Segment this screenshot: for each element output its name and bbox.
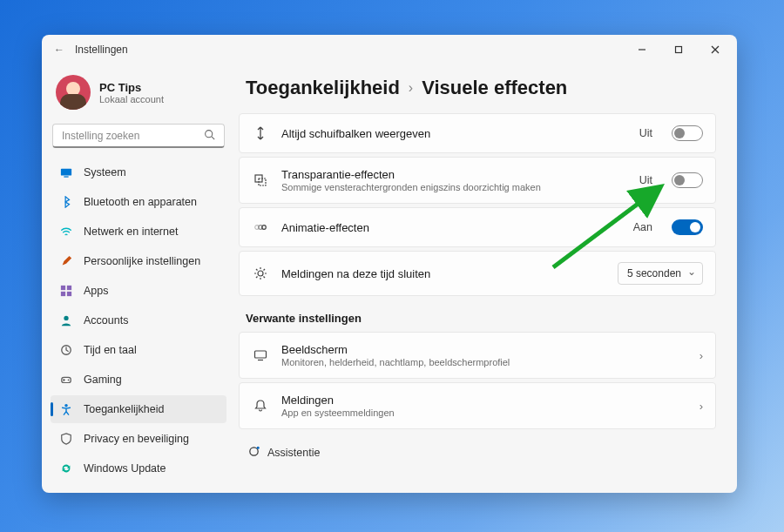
update-icon xyxy=(59,461,73,475)
maximize-button[interactable] xyxy=(660,35,697,64)
brightness-icon xyxy=(252,265,269,282)
setting-title: Animatie-effecten xyxy=(281,221,621,234)
accessibility-icon xyxy=(59,402,73,416)
brush-icon xyxy=(59,254,73,268)
transparency-icon xyxy=(252,172,269,189)
sidebar-item-label: Gaming xyxy=(84,374,122,386)
back-icon[interactable]: ← xyxy=(54,44,64,56)
svg-rect-10 xyxy=(61,292,65,296)
svg-rect-9 xyxy=(67,286,71,290)
toggle-state: Uit xyxy=(639,127,652,139)
toggle-scrollbars[interactable] xyxy=(672,125,703,141)
sidebar-item-label: Bluetooth en apparaten xyxy=(84,196,197,208)
svg-line-28 xyxy=(264,277,266,279)
accounts-icon xyxy=(59,313,73,327)
svg-line-5 xyxy=(212,136,214,138)
sidebar-item-network[interactable]: Netwerk en internet xyxy=(51,218,226,246)
related-title: Beeldscherm xyxy=(281,343,687,356)
setting-scrollbars[interactable]: Altijd schuifbalken weergeven Uit xyxy=(239,113,716,153)
svg-rect-31 xyxy=(255,351,267,358)
sidebar-item-label: Netwerk en internet xyxy=(84,226,178,238)
svg-rect-1 xyxy=(676,47,682,53)
bell-icon xyxy=(252,397,269,414)
sidebar-item-time[interactable]: Tijd en taal xyxy=(51,336,226,364)
svg-point-33 xyxy=(250,448,258,455)
sidebar-item-update[interactable]: Windows Update xyxy=(51,455,226,482)
toggle-animation[interactable] xyxy=(672,219,703,235)
display-icon xyxy=(252,347,269,364)
sidebar-item-label: Systeem xyxy=(84,166,126,178)
toggle-state: Uit xyxy=(639,174,652,186)
search-input[interactable] xyxy=(62,130,204,142)
sidebar-item-personalization[interactable]: Persoonlijke instellingen xyxy=(51,247,226,275)
user-name: PC Tips xyxy=(99,81,164,94)
svg-rect-11 xyxy=(67,292,71,296)
sidebar-item-label: Privacy en beveiliging xyxy=(84,433,189,445)
setting-animation[interactable]: Animatie-effecten Aan xyxy=(239,207,716,247)
setting-title: Altijd schuifbalken weergeven xyxy=(281,127,627,140)
related-notifications[interactable]: Meldingen App en systeemmeldingen › xyxy=(239,382,716,429)
setting-transparency[interactable]: Transparantie-effecten Sommige vensterac… xyxy=(239,157,716,204)
sidebar-item-label: Accounts xyxy=(84,314,128,327)
sidebar-item-bluetooth[interactable]: Bluetooth en apparaten xyxy=(51,188,226,216)
related-title: Meldingen xyxy=(281,394,687,407)
user-subtitle: Lokaal account xyxy=(99,94,164,104)
minimize-button[interactable] xyxy=(624,35,660,64)
svg-line-27 xyxy=(256,269,258,271)
svg-point-4 xyxy=(206,130,213,137)
sidebar-item-system[interactable]: Systeem xyxy=(51,158,226,186)
related-header: Verwante instellingen xyxy=(246,312,716,325)
shield-icon xyxy=(59,432,73,446)
sidebar-item-label: Apps xyxy=(84,285,109,297)
toggle-state: Aan xyxy=(633,221,652,233)
chevron-right-icon: › xyxy=(409,80,413,96)
avatar xyxy=(56,75,91,110)
system-icon xyxy=(59,165,73,179)
setting-notifications-timeout[interactable]: Meldingen na deze tijd sluiten 5 seconde… xyxy=(239,251,716,296)
sidebar-item-label: Tijd en taal xyxy=(84,344,137,356)
scrollbar-icon xyxy=(252,125,269,142)
bluetooth-icon xyxy=(59,195,73,209)
user-block[interactable]: PC Tips Lokaal account xyxy=(51,70,226,122)
chevron-right-icon: › xyxy=(700,349,703,362)
timeout-select[interactable]: 5 seconden xyxy=(618,262,703,285)
svg-line-30 xyxy=(264,269,266,271)
setting-subtitle: Sommige vensterachtergronden enigszins d… xyxy=(281,182,627,192)
svg-point-22 xyxy=(258,271,263,276)
wifi-icon xyxy=(59,225,73,239)
search-box[interactable] xyxy=(52,124,225,148)
animation-icon xyxy=(252,219,269,236)
sidebar-item-accessibility[interactable]: Toegankelijkheid xyxy=(51,395,226,423)
chevron-right-icon: › xyxy=(700,400,703,413)
related-display[interactable]: Beeldscherm Monitoren, helderheid, nacht… xyxy=(239,332,716,379)
help-label: Assistentie xyxy=(267,447,320,459)
sidebar-item-accounts[interactable]: Accounts xyxy=(51,306,226,334)
sidebar-item-label: Persoonlijke instellingen xyxy=(84,255,200,267)
select-value: 5 seconden xyxy=(627,267,681,279)
breadcrumb: Toegankelijkheid › Visuele effecten xyxy=(239,73,716,113)
settings-window: ← Instellingen PC Tips Lokaal account xyxy=(42,35,737,493)
toggle-transparency[interactable] xyxy=(672,172,703,188)
setting-title: Meldingen na deze tijd sluiten xyxy=(281,267,605,280)
main-content: Toegankelijkheid › Visuele effecten Alti… xyxy=(235,64,737,493)
sidebar-item-gaming[interactable]: Gaming xyxy=(51,366,226,394)
svg-point-34 xyxy=(257,447,260,449)
breadcrumb-parent[interactable]: Toegankelijkheid xyxy=(246,77,400,99)
clock-icon xyxy=(59,343,73,357)
svg-rect-7 xyxy=(64,176,68,177)
help-link[interactable]: Assistentie xyxy=(239,433,716,468)
close-button[interactable] xyxy=(697,35,733,64)
titlebar: ← Instellingen xyxy=(42,35,737,64)
svg-point-12 xyxy=(64,316,68,320)
sidebar-item-apps[interactable]: Apps xyxy=(51,277,226,305)
gaming-icon xyxy=(59,373,73,387)
sidebar: PC Tips Lokaal account Systeem xyxy=(42,64,235,493)
search-icon xyxy=(204,128,215,144)
apps-icon xyxy=(59,284,73,298)
help-icon xyxy=(247,445,260,461)
sidebar-item-privacy[interactable]: Privacy en beveiliging xyxy=(51,425,226,453)
sidebar-item-label: Windows Update xyxy=(84,462,166,475)
sidebar-item-label: Toegankelijkheid xyxy=(84,403,164,415)
setting-title: Transparantie-effecten xyxy=(281,168,627,181)
related-sub: App en systeemmeldingen xyxy=(281,407,687,418)
